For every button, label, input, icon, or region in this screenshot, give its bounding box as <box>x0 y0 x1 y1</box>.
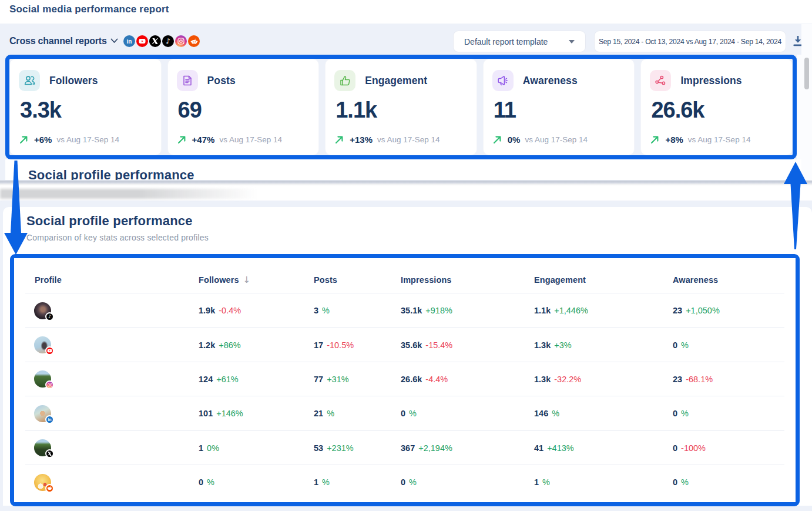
youtube-icon[interactable] <box>136 35 148 47</box>
table-row: in 101+146% 21% 0% 146% 0% <box>14 396 796 430</box>
stat-card-header: Followers <box>19 70 153 91</box>
table-row: 10% 53+231% 367+2,194% 41+413% 0-100% <box>14 431 796 465</box>
trend-up-icon <box>493 135 502 144</box>
stat-card-label: Awareness <box>523 75 578 87</box>
impressions-change: % <box>409 477 417 487</box>
linkedin-icon[interactable]: in <box>123 35 135 47</box>
profile-avatar[interactable] <box>34 336 51 353</box>
youtube-badge-icon <box>45 346 54 355</box>
column-header-profile[interactable]: Profile <box>35 263 62 296</box>
column-header-followers[interactable]: Followers↓ <box>199 263 250 296</box>
stat-card-label: Impressions <box>680 75 741 87</box>
clipped-section-title: Social profile performance <box>28 168 194 180</box>
profile-avatar[interactable]: in <box>34 405 51 422</box>
stat-card-change: +47% <box>192 135 215 145</box>
profile-avatar[interactable] <box>34 474 51 491</box>
chevron-down-icon[interactable] <box>110 38 118 44</box>
impressions-value: 26.6k <box>401 375 422 384</box>
table-row: ♪ 1.9k-0.4% 3% 35.1k+918% 1.1k+1,446% 23… <box>14 293 796 328</box>
column-header-awareness[interactable]: Awareness <box>673 263 718 296</box>
awareness-value: 0 <box>673 340 677 350</box>
stat-card-compare: vs Aug 17-Sep 14 <box>688 135 751 144</box>
followers-change: % <box>207 477 214 487</box>
impressions-change: % <box>409 409 417 418</box>
posts-change: +231% <box>327 443 354 453</box>
column-header-engagement[interactable]: Engagement <box>534 263 586 296</box>
profile-avatar[interactable] <box>34 370 51 388</box>
engagement-change: +3% <box>554 340 571 350</box>
stat-card-value: 3.3k <box>20 99 153 121</box>
awareness-change: -100% <box>681 443 706 453</box>
table-cell-profile <box>34 465 51 499</box>
awareness-value: 23 <box>673 375 682 384</box>
impressions-change: -4.4% <box>425 375 448 384</box>
column-header-posts[interactable]: Posts <box>314 263 337 296</box>
megaphone-icon <box>492 70 514 91</box>
report-section-dropdown-label[interactable]: Cross channel reports <box>9 36 107 46</box>
scrollbar-thumb[interactable] <box>804 58 809 89</box>
stats-cards: Followers 3.3k +6% vs Aug 17-Sep 14 Post… <box>9 59 793 155</box>
table-cell-posts: 17-10.5% <box>314 328 354 362</box>
stat-card-compare: vs Aug 17-Sep 14 <box>219 135 282 144</box>
table-cell-profile: in <box>34 396 51 430</box>
table-cell-followers: 0% <box>199 465 214 499</box>
stat-card-trend-row: +6% vs Aug 17-Sep 14 <box>19 135 119 145</box>
awareness-value: 23 <box>673 306 682 315</box>
sort-desc-icon: ↓ <box>243 275 251 285</box>
awareness-change: -68.1% <box>686 375 713 384</box>
page-title: Social media performance report <box>9 4 169 14</box>
impressions-value: 0 <box>401 477 405 487</box>
table-cell-impressions: 35.6k-15.4% <box>401 328 452 362</box>
table-cell-engagement: 1.3k-32.2% <box>534 362 581 396</box>
followers-value: 101 <box>199 409 213 418</box>
table-cell-posts: 3% <box>314 293 330 328</box>
tiktok-icon[interactable]: ♪ <box>162 35 174 47</box>
report-template-select[interactable]: Default report template <box>453 31 586 52</box>
posts-value: 17 <box>314 340 323 350</box>
engagement-value: 1.3k <box>534 375 551 384</box>
stat-card-value: 69 <box>178 99 311 121</box>
reddit-icon[interactable] <box>188 35 200 47</box>
engagement-change: % <box>552 409 559 418</box>
table-cell-followers: 1.2k+86% <box>199 328 241 362</box>
awareness-change: % <box>681 409 689 418</box>
table-cell-profile <box>34 362 51 396</box>
card-shadow <box>0 181 812 186</box>
posts-change: % <box>322 477 330 487</box>
table-cell-followers: 101+146% <box>199 396 243 430</box>
section-subtitle: Comparison of key stats across selected … <box>26 233 209 242</box>
profile-avatar[interactable] <box>34 439 51 456</box>
table-cell-awareness: 0% <box>673 328 689 362</box>
blurred-region <box>0 189 266 199</box>
instagram-icon[interactable] <box>175 35 187 47</box>
share-nodes-icon <box>650 70 671 91</box>
trend-up-icon <box>19 135 28 144</box>
stat-card-compare: vs Aug 17-Sep 14 <box>525 135 588 144</box>
posts-change: % <box>327 409 334 418</box>
table-row: 0% 1% 0% 1% 0% <box>14 465 796 499</box>
table-cell-awareness: 0% <box>673 465 689 499</box>
trend-up-icon <box>650 135 659 144</box>
table-cell-posts: 53+231% <box>314 431 354 465</box>
stat-card-trend-row: 0% vs Aug 17-Sep 14 <box>493 135 588 145</box>
column-header-impressions[interactable]: Impressions <box>401 263 452 296</box>
annotation-arrow-down <box>0 159 35 259</box>
stat-card-value: 11 <box>494 99 626 121</box>
table-cell-followers: 124+61% <box>199 362 239 396</box>
engagement-value: 1.1k <box>534 306 551 315</box>
engagement-value: 1 <box>534 477 539 487</box>
users-icon <box>19 70 40 91</box>
profile-avatar[interactable]: ♪ <box>34 302 51 319</box>
awareness-change: % <box>681 340 689 350</box>
awareness-change: +1,050% <box>686 306 720 315</box>
table-cell-awareness: 23-68.1% <box>673 362 713 396</box>
x-icon[interactable] <box>149 35 161 47</box>
stat-card-trend-row: +13% vs Aug 17-Sep 14 <box>335 135 439 145</box>
engagement-change: % <box>542 477 550 487</box>
posts-value: 77 <box>314 375 323 384</box>
table-row: 124+61% 77+31% 26.6k-4.4% 1.3k-32.2% 23-… <box>14 362 796 396</box>
awareness-value: 0 <box>673 409 677 418</box>
date-range-picker[interactable]: Sep 15, 2024 - Oct 13, 2024 vs Aug 17, 2… <box>594 31 786 52</box>
posts-value: 3 <box>314 306 318 315</box>
section-title: Social profile performance <box>26 213 193 229</box>
